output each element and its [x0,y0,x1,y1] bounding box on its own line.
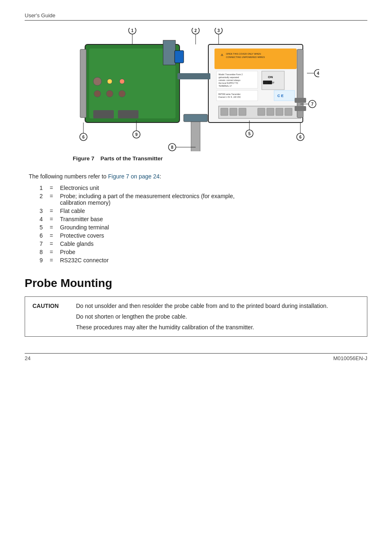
part-desc: Probe [58,248,242,256]
part-number: 4 [33,215,45,223]
svg-rect-44 [191,118,200,151]
part-number: 5 [33,223,45,231]
parts-table-row: 2 = Probe; including a part of the measu… [33,192,242,207]
svg-text:9: 9 [135,132,138,137]
part-number: 3 [33,207,45,215]
svg-rect-1 [89,49,175,118]
parts-table-row: 4 = Transmitter base [33,215,242,223]
svg-text:galvanically separated: galvanically separated [219,76,239,79]
parts-list: The following numbers refer to Figure 7 … [25,173,367,264]
svg-text:HMT360 series Transmitter: HMT360 series Transmitter [218,93,241,95]
svg-rect-10 [163,40,175,65]
svg-rect-47 [178,73,210,79]
part-eq: = [45,184,58,192]
part-number: 6 [33,231,45,240]
caution-content: Do not unsolder and then resolder the pr… [76,303,360,331]
svg-rect-9 [118,110,138,118]
parts-table-row: 7 = Cable glands [33,240,242,248]
footer-page-number: 24 [25,355,30,361]
svg-rect-38 [276,108,283,116]
svg-point-4 [106,90,113,97]
caution-label: CAUTION [32,303,69,309]
part-desc: Transmitter base [58,215,242,223]
svg-point-7 [120,79,125,84]
svg-rect-35 [239,108,246,116]
svg-rect-33 [221,108,228,116]
caution-line: Do not shorten or lengthen the probe cab… [76,313,360,320]
part-eq: = [45,223,58,231]
figure-caption-label: Figure 7 [73,155,95,162]
parts-table-row: 6 = Protective covers [33,231,242,240]
part-desc: Probe; including a part of the measureme… [58,192,242,207]
svg-text:C E: C E [277,94,284,98]
svg-text:OPEN THIS COVER ONLY WHEN: OPEN THIS COVER ONLY WHEN [226,53,261,55]
header: User's Guide [25,12,367,21]
figure-container: ⚠ OPEN THIS COVER ONLY WHEN CONNECTING U… [25,28,367,169]
caution-box: CAUTION Do not unsolder and then resolde… [25,296,367,337]
figure-caption: Figure 7 Parts of the Transmitter [73,155,319,162]
svg-text:2: 2 [194,28,197,33]
svg-rect-42 [295,106,306,111]
part-eq: = [45,231,58,240]
caution-line: Do not unsolder and then resolder the pr… [76,303,360,309]
page: User's Guide [0,0,392,555]
svg-rect-8 [93,110,114,118]
part-number: 7 [33,240,45,248]
svg-text:7: 7 [311,102,314,106]
svg-point-5 [119,90,125,97]
svg-text:cutouts: connect always: cutouts: connect always [219,79,241,81]
svg-text:CONNECTING UNPOWERED WIRES: CONNECTING UNPOWERED WIRES [226,56,265,58]
figure-caption-text: Parts of the Transmitter [101,155,163,162]
svg-point-6 [107,79,112,84]
svg-text:5: 5 [248,132,251,136]
svg-rect-37 [267,108,274,116]
part-number: 8 [33,248,45,256]
figure-link[interactable]: Figure 7 on page 24 [108,173,159,180]
svg-rect-27 [217,90,258,101]
footer: 24 M010056EN-J [25,353,367,361]
part-eq: = [45,240,58,248]
svg-rect-46 [184,114,208,122]
part-number: 1 [33,184,45,192]
part-number: 2 [33,192,45,207]
parts-table-row: 3 = Flat cable [33,207,242,215]
part-desc: Protective covers [58,231,242,240]
parts-table: 1 = Electronics unit 2 = Probe; includin… [33,184,242,264]
parts-table-row: 9 = RS232C connector [33,256,242,264]
footer-doc-number: M010056EN-J [333,355,367,361]
svg-text:ON: ON [268,75,273,79]
svg-text:6: 6 [82,135,85,139]
part-desc: RS232C connector [58,256,242,264]
svg-rect-39 [285,108,292,116]
part-desc: Flat cable [58,207,242,215]
svg-text:8: 8 [171,145,173,150]
part-eq: = [45,192,58,207]
svg-rect-34 [230,108,237,116]
header-text: User's Guide [25,12,55,18]
svg-text:OFF: OFF [268,81,274,85]
svg-text:⚠: ⚠ [221,53,224,56]
svg-rect-17 [262,71,284,90]
svg-point-2 [93,77,101,86]
svg-text:TERMINAL 17: TERMINAL 17 [219,85,232,87]
part-desc: Electronics unit [58,184,242,192]
svg-text:6: 6 [299,135,302,139]
part-eq: = [45,207,58,215]
section-heading: Probe Mounting [25,277,367,290]
transmitter-diagram: ⚠ OPEN THIS COVER ONLY WHEN CONNECTING U… [73,28,319,151]
svg-rect-40 [80,49,86,118]
svg-rect-43 [295,98,306,103]
figure-image: ⚠ OPEN THIS COVER ONLY WHEN CONNECTING U… [73,28,319,151]
svg-text:Model: Transmitter Form 2: Model: Transmitter Form 2 [219,73,243,76]
part-desc: Grounding terminal [58,223,242,231]
part-desc: Cable glands [58,240,242,248]
part-eq: = [45,248,58,256]
part-eq: = [45,215,58,223]
svg-text:Channel 1: 0V: 8...100 VDC: Channel 1: 0V: 8...100 VDC [218,96,241,98]
parts-table-row: 8 = Probe [33,248,242,256]
parts-table-row: 5 = Grounding terminal [33,223,242,231]
svg-rect-36 [258,108,265,116]
svg-text:3: 3 [217,28,220,33]
svg-point-3 [94,90,101,97]
svg-rect-11 [175,51,184,63]
